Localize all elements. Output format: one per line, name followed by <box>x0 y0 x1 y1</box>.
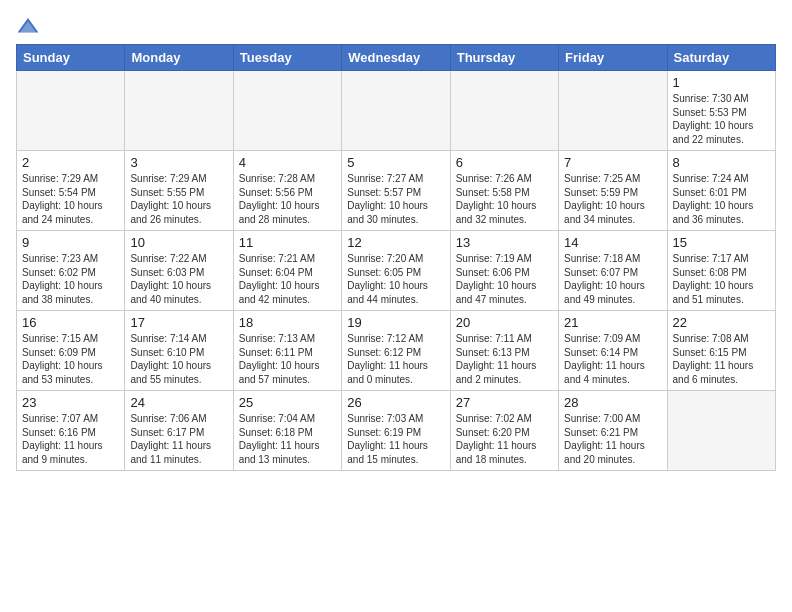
day-info: Sunrise: 7:30 AM Sunset: 5:53 PM Dayligh… <box>673 92 770 146</box>
calendar-cell: 13Sunrise: 7:19 AM Sunset: 6:06 PM Dayli… <box>450 231 558 311</box>
day-info: Sunrise: 7:18 AM Sunset: 6:07 PM Dayligh… <box>564 252 661 306</box>
day-info: Sunrise: 7:02 AM Sunset: 6:20 PM Dayligh… <box>456 412 553 466</box>
day-info: Sunrise: 7:19 AM Sunset: 6:06 PM Dayligh… <box>456 252 553 306</box>
calendar-cell: 23Sunrise: 7:07 AM Sunset: 6:16 PM Dayli… <box>17 391 125 471</box>
day-number: 1 <box>673 75 770 90</box>
calendar-table: SundayMondayTuesdayWednesdayThursdayFrid… <box>16 44 776 471</box>
day-info: Sunrise: 7:17 AM Sunset: 6:08 PM Dayligh… <box>673 252 770 306</box>
calendar-week-1: 1Sunrise: 7:30 AM Sunset: 5:53 PM Daylig… <box>17 71 776 151</box>
calendar-cell: 24Sunrise: 7:06 AM Sunset: 6:17 PM Dayli… <box>125 391 233 471</box>
day-info: Sunrise: 7:26 AM Sunset: 5:58 PM Dayligh… <box>456 172 553 226</box>
day-number: 27 <box>456 395 553 410</box>
calendar-cell: 2Sunrise: 7:29 AM Sunset: 5:54 PM Daylig… <box>17 151 125 231</box>
calendar-cell: 1Sunrise: 7:30 AM Sunset: 5:53 PM Daylig… <box>667 71 775 151</box>
calendar-cell: 6Sunrise: 7:26 AM Sunset: 5:58 PM Daylig… <box>450 151 558 231</box>
day-number: 10 <box>130 235 227 250</box>
calendar-cell: 16Sunrise: 7:15 AM Sunset: 6:09 PM Dayli… <box>17 311 125 391</box>
calendar-cell <box>667 391 775 471</box>
day-info: Sunrise: 7:21 AM Sunset: 6:04 PM Dayligh… <box>239 252 336 306</box>
day-header-wednesday: Wednesday <box>342 45 450 71</box>
day-info: Sunrise: 7:28 AM Sunset: 5:56 PM Dayligh… <box>239 172 336 226</box>
calendar-cell: 27Sunrise: 7:02 AM Sunset: 6:20 PM Dayli… <box>450 391 558 471</box>
day-info: Sunrise: 7:09 AM Sunset: 6:14 PM Dayligh… <box>564 332 661 386</box>
day-info: Sunrise: 7:12 AM Sunset: 6:12 PM Dayligh… <box>347 332 444 386</box>
day-info: Sunrise: 7:14 AM Sunset: 6:10 PM Dayligh… <box>130 332 227 386</box>
logo-icon <box>16 16 40 36</box>
calendar-cell: 18Sunrise: 7:13 AM Sunset: 6:11 PM Dayli… <box>233 311 341 391</box>
day-number: 26 <box>347 395 444 410</box>
calendar-cell: 9Sunrise: 7:23 AM Sunset: 6:02 PM Daylig… <box>17 231 125 311</box>
day-number: 4 <box>239 155 336 170</box>
day-header-saturday: Saturday <box>667 45 775 71</box>
calendar-cell: 10Sunrise: 7:22 AM Sunset: 6:03 PM Dayli… <box>125 231 233 311</box>
logo <box>16 16 44 36</box>
day-number: 12 <box>347 235 444 250</box>
calendar-cell: 12Sunrise: 7:20 AM Sunset: 6:05 PM Dayli… <box>342 231 450 311</box>
calendar-cell: 22Sunrise: 7:08 AM Sunset: 6:15 PM Dayli… <box>667 311 775 391</box>
calendar-cell: 15Sunrise: 7:17 AM Sunset: 6:08 PM Dayli… <box>667 231 775 311</box>
day-number: 23 <box>22 395 119 410</box>
calendar-cell: 3Sunrise: 7:29 AM Sunset: 5:55 PM Daylig… <box>125 151 233 231</box>
day-number: 24 <box>130 395 227 410</box>
calendar-cell <box>17 71 125 151</box>
day-info: Sunrise: 7:22 AM Sunset: 6:03 PM Dayligh… <box>130 252 227 306</box>
day-number: 5 <box>347 155 444 170</box>
calendar-cell <box>233 71 341 151</box>
calendar-cell: 11Sunrise: 7:21 AM Sunset: 6:04 PM Dayli… <box>233 231 341 311</box>
day-info: Sunrise: 7:07 AM Sunset: 6:16 PM Dayligh… <box>22 412 119 466</box>
day-number: 7 <box>564 155 661 170</box>
day-info: Sunrise: 7:27 AM Sunset: 5:57 PM Dayligh… <box>347 172 444 226</box>
calendar-cell <box>125 71 233 151</box>
day-number: 22 <box>673 315 770 330</box>
day-header-monday: Monday <box>125 45 233 71</box>
day-number: 20 <box>456 315 553 330</box>
day-number: 19 <box>347 315 444 330</box>
day-info: Sunrise: 7:06 AM Sunset: 6:17 PM Dayligh… <box>130 412 227 466</box>
day-number: 14 <box>564 235 661 250</box>
calendar-cell: 7Sunrise: 7:25 AM Sunset: 5:59 PM Daylig… <box>559 151 667 231</box>
calendar-cell: 26Sunrise: 7:03 AM Sunset: 6:19 PM Dayli… <box>342 391 450 471</box>
day-header-sunday: Sunday <box>17 45 125 71</box>
calendar-cell: 14Sunrise: 7:18 AM Sunset: 6:07 PM Dayli… <box>559 231 667 311</box>
page-header <box>16 16 776 36</box>
calendar-cell: 20Sunrise: 7:11 AM Sunset: 6:13 PM Dayli… <box>450 311 558 391</box>
day-info: Sunrise: 7:20 AM Sunset: 6:05 PM Dayligh… <box>347 252 444 306</box>
calendar-cell <box>450 71 558 151</box>
day-number: 16 <box>22 315 119 330</box>
day-info: Sunrise: 7:29 AM Sunset: 5:54 PM Dayligh… <box>22 172 119 226</box>
day-info: Sunrise: 7:04 AM Sunset: 6:18 PM Dayligh… <box>239 412 336 466</box>
day-number: 28 <box>564 395 661 410</box>
calendar-cell: 17Sunrise: 7:14 AM Sunset: 6:10 PM Dayli… <box>125 311 233 391</box>
day-number: 13 <box>456 235 553 250</box>
calendar-cell <box>342 71 450 151</box>
day-number: 11 <box>239 235 336 250</box>
day-number: 3 <box>130 155 227 170</box>
calendar-week-2: 2Sunrise: 7:29 AM Sunset: 5:54 PM Daylig… <box>17 151 776 231</box>
day-number: 15 <box>673 235 770 250</box>
day-info: Sunrise: 7:15 AM Sunset: 6:09 PM Dayligh… <box>22 332 119 386</box>
day-info: Sunrise: 7:03 AM Sunset: 6:19 PM Dayligh… <box>347 412 444 466</box>
day-number: 9 <box>22 235 119 250</box>
day-info: Sunrise: 7:23 AM Sunset: 6:02 PM Dayligh… <box>22 252 119 306</box>
calendar-cell: 4Sunrise: 7:28 AM Sunset: 5:56 PM Daylig… <box>233 151 341 231</box>
day-number: 18 <box>239 315 336 330</box>
calendar-cell <box>559 71 667 151</box>
calendar-week-4: 16Sunrise: 7:15 AM Sunset: 6:09 PM Dayli… <box>17 311 776 391</box>
day-number: 21 <box>564 315 661 330</box>
calendar-week-5: 23Sunrise: 7:07 AM Sunset: 6:16 PM Dayli… <box>17 391 776 471</box>
day-info: Sunrise: 7:11 AM Sunset: 6:13 PM Dayligh… <box>456 332 553 386</box>
day-info: Sunrise: 7:08 AM Sunset: 6:15 PM Dayligh… <box>673 332 770 386</box>
calendar-header-row: SundayMondayTuesdayWednesdayThursdayFrid… <box>17 45 776 71</box>
day-info: Sunrise: 7:00 AM Sunset: 6:21 PM Dayligh… <box>564 412 661 466</box>
calendar-cell: 8Sunrise: 7:24 AM Sunset: 6:01 PM Daylig… <box>667 151 775 231</box>
day-number: 6 <box>456 155 553 170</box>
day-number: 17 <box>130 315 227 330</box>
day-info: Sunrise: 7:29 AM Sunset: 5:55 PM Dayligh… <box>130 172 227 226</box>
calendar-cell: 5Sunrise: 7:27 AM Sunset: 5:57 PM Daylig… <box>342 151 450 231</box>
calendar-cell: 19Sunrise: 7:12 AM Sunset: 6:12 PM Dayli… <box>342 311 450 391</box>
day-info: Sunrise: 7:13 AM Sunset: 6:11 PM Dayligh… <box>239 332 336 386</box>
day-header-friday: Friday <box>559 45 667 71</box>
calendar-week-3: 9Sunrise: 7:23 AM Sunset: 6:02 PM Daylig… <box>17 231 776 311</box>
day-info: Sunrise: 7:25 AM Sunset: 5:59 PM Dayligh… <box>564 172 661 226</box>
day-header-thursday: Thursday <box>450 45 558 71</box>
